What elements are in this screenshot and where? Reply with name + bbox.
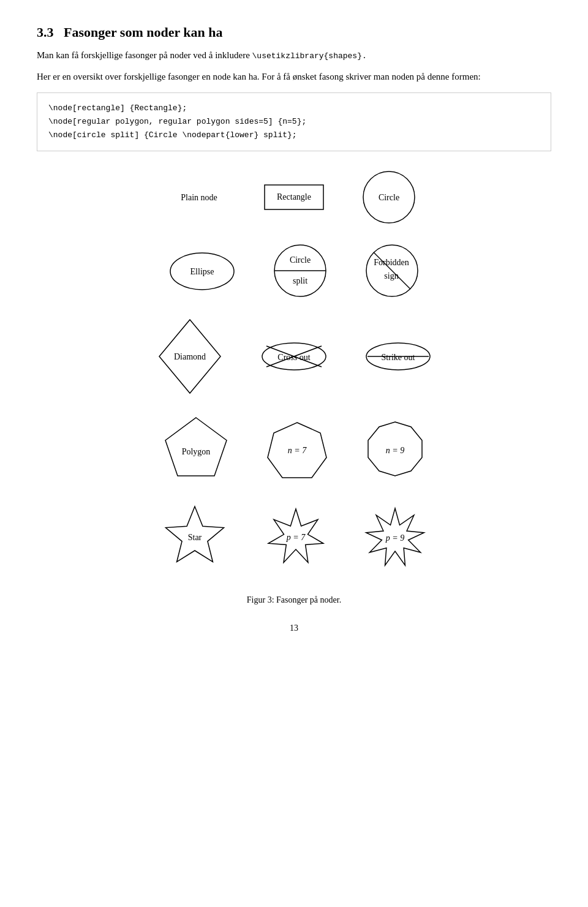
svg-text:Forbidden: Forbidden (374, 258, 409, 267)
shapes-row-1: Plain node Rectangle Circle (172, 170, 417, 225)
svg-text:Circle: Circle (379, 193, 399, 202)
strike-out-svg: Strike out (364, 341, 432, 372)
polygon9-svg: n = 9 (364, 420, 426, 481)
shape-cross-out: Cross out (260, 341, 328, 372)
diamond-svg: Diamond (156, 317, 224, 396)
svg-text:split: split (293, 276, 307, 285)
shape-circle: Circle (361, 170, 417, 225)
intro-text: Man kan få forskjellige fasonger på node… (37, 50, 250, 60)
svg-text:p = 7: p = 7 (285, 533, 305, 542)
forbidden-sign-svg: Forbidden sign (364, 243, 420, 298)
circle-split-svg: Circle split (273, 243, 328, 298)
shape-plain-node: Plain node (172, 188, 227, 206)
section-title: Fasonger som noder kan ha (64, 24, 223, 40)
rectangle-svg: Rectangle (263, 184, 325, 211)
shape-star5: Star (161, 503, 228, 571)
shape-star7: p = 7 (265, 505, 326, 570)
page-number: 13 (37, 623, 551, 633)
code-line-1: \node[rectangle] {Rectangle}; (48, 102, 540, 115)
shape-diamond: Diamond (156, 317, 224, 396)
svg-text:Cross out: Cross out (277, 353, 310, 362)
shapes-row-4: Polygon n = 7 n = 9 (162, 415, 426, 485)
circle-svg: Circle (361, 170, 417, 225)
shape-rectangle: Rectangle (263, 184, 325, 211)
shapes-figure: Plain node Rectangle Circle Ellipse (37, 170, 551, 583)
shapes-row-3: Diamond Cross out Strike out (156, 317, 432, 396)
code-block: \node[rectangle] {Rectangle}; \node[regu… (37, 92, 551, 151)
star5-svg: Star (161, 503, 228, 571)
shapes-row-5: Star p = 7 p = 9 (161, 503, 428, 571)
second-text: Her er en oversikt over forskjellige fas… (37, 72, 481, 81)
cross-out-svg: Cross out (260, 341, 328, 372)
svg-text:Polygon: Polygon (182, 447, 211, 456)
svg-text:Strike out: Strike out (382, 353, 415, 362)
star7-svg: p = 7 (265, 505, 326, 570)
svg-text:n = 7: n = 7 (288, 446, 307, 455)
polygon5-svg: Polygon (162, 415, 230, 485)
polygon7-svg: n = 7 (266, 420, 328, 481)
shape-polygon9: n = 9 (364, 420, 426, 481)
section-number: 3.3 (37, 24, 54, 40)
shape-polygon7: n = 7 (266, 420, 328, 481)
star9-svg: p = 9 (363, 505, 428, 570)
code-line-2: \node[regular polygon, regular polygon s… (48, 115, 540, 129)
shape-star9: p = 9 (363, 505, 428, 570)
svg-text:n = 9: n = 9 (386, 446, 404, 455)
intro-paragraph: Man kan få forskjellige fasonger på node… (37, 48, 551, 63)
second-paragraph: Her er en oversikt over forskjellige fas… (37, 69, 551, 84)
svg-text:Plain node: Plain node (181, 193, 217, 202)
svg-text:sign: sign (384, 271, 398, 280)
svg-text:p = 9: p = 9 (385, 533, 404, 543)
figure-caption: Figur 3: Fasonger på noder. (37, 595, 551, 605)
page-num-text: 13 (290, 623, 298, 633)
section-heading: 3.3 Fasonger som noder kan ha (37, 24, 551, 40)
code-line-3: \node[circle split] {Circle \nodepart{lo… (48, 129, 540, 142)
code-inline-text: \usetikzlibrary{shapes}. (252, 51, 367, 61)
svg-text:Circle: Circle (290, 255, 311, 265)
svg-text:Ellipse: Ellipse (190, 267, 214, 276)
shape-ellipse: Ellipse (168, 251, 236, 291)
shapes-row-2: Ellipse Circle split Forbidden sign (168, 243, 420, 298)
svg-text:Rectangle: Rectangle (277, 192, 311, 201)
plain-node-svg: Plain node (172, 188, 227, 206)
shape-strike-out: Strike out (364, 341, 432, 372)
shape-forbidden-sign: Forbidden sign (364, 243, 420, 298)
shape-polygon5: Polygon (162, 415, 230, 485)
svg-text:Diamond: Diamond (174, 352, 206, 361)
caption-text: Figur 3: Fasonger på noder. (247, 595, 341, 604)
ellipse-svg: Ellipse (168, 251, 236, 291)
svg-text:Star: Star (187, 533, 202, 542)
shape-circle-split: Circle split (273, 243, 328, 298)
